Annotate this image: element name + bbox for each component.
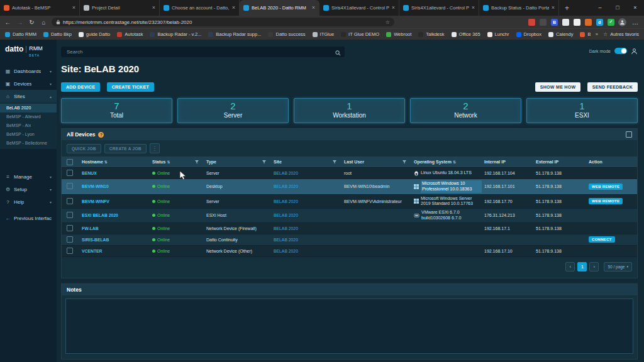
sidebar-item-previous-interface[interactable]: ←Previous Interface [0,212,57,224]
site-link[interactable]: BELAB 2020 [274,249,298,253]
stat-card-network[interactable]: 2Network [410,98,521,123]
home-icon[interactable]: ⌂ [40,19,48,26]
select-all-checkbox[interactable] [67,159,73,165]
create-ticket-button[interactable]: CREATE TICKET [107,82,154,92]
site-link[interactable]: BELAB 2020 [274,213,298,217]
dark-mode-toggle[interactable] [614,48,627,54]
more-options-icon[interactable]: ⋮ [150,143,160,153]
device-row[interactable]: BEVM-WINFVOnlineServerBELAB 2020BEVM-WIN… [62,194,637,209]
tab-close-icon[interactable]: × [392,5,395,11]
maximize-button[interactable]: □ [609,0,626,16]
quick-job-button[interactable]: QUICK JOB [67,144,101,153]
bookmark-item[interactable]: ITGlue [313,31,335,37]
extension-icon-red[interactable] [528,19,535,26]
row-checkbox[interactable] [67,248,73,254]
device-row[interactable]: FW-LABOnlineNetwork Device (Firewall)BEL… [62,222,637,234]
bookmark-item[interactable]: Autotask [117,31,143,37]
bookmark-item[interactable]: guide Datto [79,31,110,37]
bookmark-item[interactable]: Backup Radar supp... [208,31,261,37]
extension-icon-check[interactable]: ✓ [608,19,614,26]
address-bar[interactable]: https://merlotrmm.centrastage.net/site/2… [52,18,394,26]
sidebar-item-dashboards[interactable]: ▦Dashboards▾ [0,65,57,77]
per-page-select[interactable]: 50 / page ▾ [604,262,632,272]
stat-card-server[interactable]: 2Server [177,98,289,123]
site-link[interactable]: BELAB 2020 [274,171,298,175]
sidebar-item-help[interactable]: ?Help▾ [0,195,57,208]
column-header-operating-system[interactable]: Operating System⇅ [414,160,484,164]
device-row[interactable]: SIRIS-BELABOnlineDatto ContinuityBELAB 2… [62,234,637,245]
filter-icon[interactable] [333,160,336,164]
add-device-button[interactable]: ADD DEVICE [61,82,100,92]
column-header-site[interactable]: Site [274,160,344,164]
extension-icon-blue-b[interactable]: B [551,19,558,26]
search-input[interactable] [61,47,345,57]
device-row[interactable]: BENUXOnlineServerBELAB 2020rootLinux Ubu… [62,167,637,178]
sort-icon[interactable]: ⇅ [104,160,108,164]
sort-icon[interactable]: ⇅ [167,160,170,164]
sidebar-item-sites[interactable]: ⌂Sites▴ [0,90,57,102]
device-hostname-link[interactable]: FW-LAB [82,226,99,231]
row-checkbox[interactable] [67,225,73,231]
browser-tab[interactable]: Backup Status - Datto Portal× [479,0,559,16]
device-hostname-link[interactable]: ESXI BELAB 2020 [82,213,118,217]
bookmark-item[interactable]: Dropbox [516,31,541,37]
stat-card-total[interactable]: 7Total [61,98,172,123]
extension-icon-orange[interactable] [585,19,592,26]
bookmarks-overflow-icon[interactable]: » [596,31,598,37]
filter-icon[interactable] [262,160,266,164]
column-header-select[interactable] [67,159,82,165]
show-me-how-button[interactable]: SHOW ME HOW [535,82,581,92]
sidebar-item-setup[interactable]: ⚙Setup▾ [0,183,57,195]
extension-icon-datto[interactable]: d [596,19,603,26]
connect-button[interactable]: CONNECT [589,236,615,243]
device-hostname-link[interactable]: VCENTER [82,249,102,253]
favorite-star-icon[interactable]: ☆ [386,19,390,25]
send-feedback-button[interactable]: SEND FEEDBACK [587,82,638,92]
tab-close-icon[interactable]: × [472,5,475,11]
sort-icon[interactable]: ⇅ [453,160,456,164]
sidebar-item-devices[interactable]: ▣Devices▾ [0,77,57,90]
sidebar-site-item[interactable]: BeLAB 2020 [0,104,57,112]
site-link[interactable]: BELAB 2020 [274,238,298,242]
row-checkbox[interactable] [67,183,73,189]
panel-expand-icon[interactable] [626,131,632,138]
user-icon[interactable] [631,48,638,55]
device-hostname-link[interactable]: BEVM-WINFV [82,199,109,204]
sidebar-site-item[interactable]: BeMSP - Allevard [0,112,57,121]
browser-tab[interactable]: Siris4X1allevard - Control Pan× [399,0,479,16]
column-header-last-user[interactable]: Last User [344,160,414,164]
other-favorites[interactable]: ☆ Autres favoris [603,31,639,37]
refresh-icon[interactable]: ↻ [28,19,36,26]
device-row[interactable]: VCENTEROnlineNetwork Device (Other)BELAB… [62,245,637,256]
device-row[interactable]: BEVM-WIN10OnlineDesktopBELAB 2020BEVM-WI… [62,178,637,194]
bookmark-item[interactable]: Datto RMM [5,31,36,37]
row-checkbox[interactable] [67,236,73,243]
bookmark-item[interactable]: Talkdesk [418,31,444,37]
bookmark-item[interactable]: Backup Radar - v.2... [150,31,201,37]
forward-icon[interactable]: → [16,19,24,26]
column-header-hostname[interactable]: Hostname⇅ [82,160,152,164]
site-link[interactable]: BELAB 2020 [274,199,298,204]
site-link[interactable]: BELAB 2020 [274,226,298,231]
prev-page-button[interactable]: ‹ [565,262,575,272]
column-header-type[interactable]: Type [206,160,274,164]
tab-close-icon[interactable]: × [72,5,75,11]
search-icon[interactable] [335,47,341,58]
browser-menu-icon[interactable]: … [630,19,640,26]
browser-tab[interactable]: Siris4X1allevard - Control Pan× [319,0,399,16]
browser-tab[interactable]: Choose an account - Datto, In× [160,0,240,16]
tab-close-icon[interactable]: × [552,5,555,11]
sidebar-site-item[interactable]: BeMSP - Aix [0,121,57,130]
extension-icon-grid[interactable] [562,19,569,26]
minimize-button[interactable]: – [591,0,609,16]
bookmark-item[interactable]: Webroot [386,31,411,37]
browser-tab[interactable]: BeLAB 2020 - Datto RMM× [240,0,319,16]
device-hostname-link[interactable]: BEVM-WIN10 [82,184,109,189]
row-checkbox[interactable] [67,170,73,176]
bookmark-item[interactable]: Lunchr [487,31,509,37]
bookmark-item[interactable]: Calendy [548,31,574,37]
bookmark-item[interactable]: Datto Bkp [43,31,72,37]
create-a-job-button[interactable]: CREATE A JOB [104,144,147,153]
column-header-status[interactable]: Status⇅ [152,160,206,164]
filter-icon[interactable] [402,160,406,164]
